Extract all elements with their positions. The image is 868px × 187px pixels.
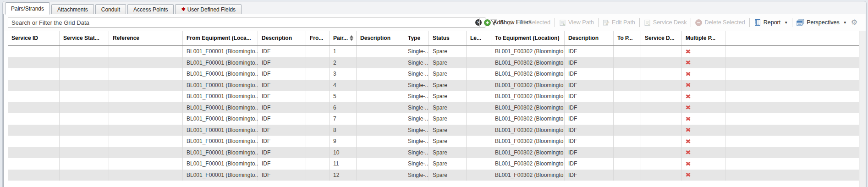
grid-cell bbox=[357, 57, 404, 69]
table-row[interactable]: BL001_F00001 (Bloomingto...IDF6Single-..… bbox=[8, 102, 859, 114]
column-header-description[interactable]: Description bbox=[258, 31, 306, 45]
table-row[interactable]: BL001_F00001 (Bloomingto...IDF2Single-..… bbox=[8, 57, 859, 69]
column-header-to-p[interactable]: To P... bbox=[614, 31, 641, 45]
grid-cell: BL001_F00001 (Bloomingto... bbox=[183, 57, 258, 69]
grid-cell bbox=[614, 136, 641, 147]
delete-selected-button[interactable]: Delete Selected bbox=[695, 19, 745, 26]
table-row[interactable]: BL001_F00001 (Bloomingto...IDF11Single-.… bbox=[8, 158, 859, 170]
grid-cell: IDF bbox=[258, 113, 306, 125]
grid-cell: IDF bbox=[258, 170, 306, 181]
tab-user-defined-fields[interactable]: ✱User Defined Fields bbox=[175, 4, 242, 14]
grid-cell: Single-... bbox=[404, 113, 429, 125]
grid-cell bbox=[109, 113, 183, 125]
grid-cell bbox=[109, 80, 183, 91]
service-desk-button[interactable]: Service Desk bbox=[644, 19, 687, 26]
required-asterisk-icon: ✱ bbox=[181, 6, 185, 12]
table-row[interactable]: BL001_F00001 (Bloomingto...IDF5Single-..… bbox=[8, 91, 859, 102]
column-header-fro[interactable]: Fro... bbox=[306, 31, 330, 45]
grid-cell bbox=[109, 170, 183, 181]
tab-access-points[interactable]: Access Points bbox=[127, 4, 174, 14]
table-row[interactable]: BL001_F00001 (Bloomingto...IDF7Single-..… bbox=[8, 113, 859, 125]
table-row[interactable]: BL001_F00001 (Bloomingto...IDF1Single-..… bbox=[8, 46, 859, 57]
grid-cell: IDF bbox=[565, 102, 614, 114]
tab-bar: Pairs/StrandsAttachmentsConduitAccess Po… bbox=[5, 2, 243, 14]
column-header-service-id[interactable]: Service ID bbox=[8, 31, 60, 45]
tab-attachments[interactable]: Attachments bbox=[51, 4, 94, 14]
grid-cell bbox=[60, 158, 109, 170]
grid-cell: IDF bbox=[258, 102, 306, 114]
multiple-pairs-x-icon: ✖ bbox=[685, 138, 691, 145]
column-header-label: Description bbox=[262, 35, 292, 41]
column-header-description[interactable]: Description bbox=[357, 31, 404, 45]
multiple-pairs-x-icon: ✖ bbox=[685, 48, 691, 55]
view-path-button[interactable]: View Path bbox=[559, 19, 594, 26]
column-header-le[interactable]: Le... bbox=[467, 31, 491, 45]
column-header-label: Reference bbox=[113, 35, 139, 41]
tab-conduit[interactable]: Conduit bbox=[95, 4, 126, 14]
search-input[interactable] bbox=[8, 17, 485, 28]
table-row[interactable]: BL001_F00001 (Bloomingto...IDF3Single-..… bbox=[8, 68, 859, 80]
grid-cell bbox=[60, 147, 109, 159]
sort-indicator-icon[interactable] bbox=[350, 35, 354, 41]
grid-cell: BL001_F00302 (Bloomingto... bbox=[491, 91, 565, 102]
grid-cell bbox=[614, 57, 641, 69]
grid-cell bbox=[306, 158, 330, 170]
column-header-type[interactable]: Type bbox=[404, 31, 429, 45]
grid-cell bbox=[641, 113, 682, 125]
table-row[interactable]: BL001_F00001 (Bloomingto...IDF4Single-..… bbox=[8, 80, 859, 91]
grid-cell: ✖ bbox=[682, 102, 725, 114]
grid-cell bbox=[357, 125, 404, 136]
grid-cell: ✖ bbox=[682, 57, 725, 69]
column-header-multiple-p[interactable]: Multiple P... bbox=[682, 31, 725, 45]
table-row[interactable]: BL001_F00001 (Bloomingto...IDF12Single-.… bbox=[8, 170, 859, 181]
grid-cell: Single-... bbox=[404, 46, 429, 57]
grid-cell bbox=[357, 46, 404, 57]
grid-cell bbox=[306, 113, 330, 125]
grid-cell bbox=[614, 170, 641, 181]
multiple-pairs-x-icon: ✖ bbox=[685, 126, 691, 133]
toolbar-separator bbox=[479, 18, 480, 27]
perspectives-button[interactable]: Perspectives▼ bbox=[797, 19, 846, 26]
grid-cell bbox=[109, 136, 183, 147]
button-label: Perspectives bbox=[807, 19, 840, 26]
grid-cell bbox=[109, 125, 183, 136]
gear-icon[interactable]: ⚙ bbox=[851, 19, 857, 26]
grid-cell: IDF bbox=[258, 57, 306, 69]
grid-cell bbox=[8, 91, 60, 102]
table-row[interactable]: BL001_F00001 (Bloomingto...IDF10Single-.… bbox=[8, 147, 859, 159]
edit-selected-button[interactable]: Edit Selected bbox=[507, 19, 550, 26]
grid-cell: IDF bbox=[258, 136, 306, 147]
vertical-scrollbar-track[interactable] bbox=[859, 31, 866, 187]
grid-cell bbox=[357, 102, 404, 114]
grid-cell bbox=[306, 46, 330, 57]
column-header-from-equipment-loca[interactable]: From Equipment (Loca... bbox=[183, 31, 258, 45]
table-row[interactable]: BL001_F00001 (Bloomingto...IDF8Single-..… bbox=[8, 125, 859, 136]
column-header-description[interactable]: Description bbox=[565, 31, 614, 45]
column-header-reference[interactable]: Reference bbox=[109, 31, 183, 45]
grid-cell: IDF bbox=[258, 80, 306, 91]
perspectives-icon bbox=[797, 19, 804, 26]
action-bar: AddEdit SelectedView PathEdit PathServic… bbox=[479, 14, 857, 31]
grid-cell bbox=[641, 158, 682, 170]
grid-cell: IDF bbox=[258, 91, 306, 102]
column-header-service-stat[interactable]: Service Stat... bbox=[60, 31, 109, 45]
grid-cell bbox=[357, 170, 404, 181]
column-header-to-equipment-location[interactable]: To Equipment (Location) bbox=[491, 31, 565, 45]
add-button[interactable]: Add bbox=[484, 19, 503, 26]
column-header-service-d[interactable]: Service D... bbox=[641, 31, 682, 45]
grid-cell bbox=[60, 46, 109, 57]
column-header-status[interactable]: Status bbox=[429, 31, 467, 45]
report-button[interactable]: Report▼ bbox=[754, 19, 788, 26]
tab-pairs-strands[interactable]: Pairs/Strands bbox=[5, 2, 50, 15]
grid-cell: Spare bbox=[429, 170, 467, 181]
grid-cell: BL001_F00302 (Bloomingto... bbox=[491, 113, 565, 125]
grid-cell: 9 bbox=[330, 136, 357, 147]
edit-path-button[interactable]: Edit Path bbox=[603, 19, 635, 26]
multiple-pairs-x-icon: ✖ bbox=[685, 59, 691, 66]
grid-cell: IDF bbox=[565, 113, 614, 125]
grid-cell bbox=[467, 170, 491, 181]
column-header-pair[interactable]: Pair... bbox=[330, 31, 357, 45]
grid-cell bbox=[60, 80, 109, 91]
table-row[interactable]: BL001_F00001 (Bloomingto...IDF9Single-..… bbox=[8, 136, 859, 147]
grid-cell bbox=[109, 158, 183, 170]
